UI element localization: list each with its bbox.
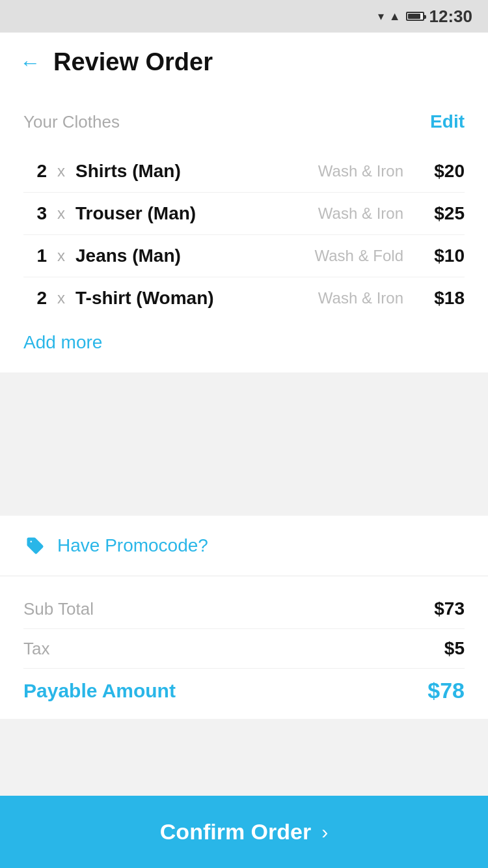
status-bar: ▾ ▲ 12:30 <box>0 0 488 33</box>
tag-icon <box>23 534 47 557</box>
item-price: $20 <box>419 161 465 182</box>
subtotal-row: Sub Total $73 <box>23 589 465 629</box>
payable-value: $78 <box>427 678 465 703</box>
subtotal-value: $73 <box>434 598 465 619</box>
item-qty: 2 <box>23 161 47 182</box>
subtotal-label: Sub Total <box>23 599 94 619</box>
header: ← Review Order <box>0 33 488 92</box>
item-price: $18 <box>419 288 465 309</box>
back-button[interactable]: ← <box>20 52 40 73</box>
item-name: Shirts (Man) <box>75 161 318 182</box>
item-x: x <box>57 162 65 180</box>
table-row: 3 x Trouser (Man) Wash & Iron $25 <box>23 193 465 235</box>
item-price: $10 <box>419 245 465 266</box>
item-x: x <box>57 204 65 223</box>
spacer <box>0 372 488 516</box>
item-qty: 2 <box>23 288 47 309</box>
wifi-icon: ▾ <box>378 9 384 23</box>
table-row: 2 x Shirts (Man) Wash & Iron $20 <box>23 150 465 193</box>
promo-label[interactable]: Have Promocode? <box>57 535 208 556</box>
tax-row: Tax $5 <box>23 629 465 669</box>
item-name: Jeans (Man) <box>75 245 315 266</box>
page-title: Review Order <box>53 48 213 76</box>
confirm-label: Confirm Order <box>160 819 311 845</box>
edit-button[interactable]: Edit <box>430 111 465 132</box>
chevron-right-icon: › <box>321 821 328 843</box>
item-qty: 3 <box>23 203 47 224</box>
item-x: x <box>57 289 65 307</box>
clothes-section-header: Your Clothes Edit <box>23 111 465 132</box>
table-row: 2 x T-shirt (Woman) Wash & Iron $18 <box>23 277 465 319</box>
payable-row: Payable Amount $78 <box>23 669 465 712</box>
tax-value: $5 <box>444 638 465 659</box>
table-row: 1 x Jeans (Man) Wash & Fold $10 <box>23 235 465 277</box>
item-name: T-shirt (Woman) <box>75 288 318 309</box>
promo-section[interactable]: Have Promocode? <box>0 516 488 576</box>
item-price: $25 <box>419 203 465 224</box>
item-qty: 1 <box>23 245 47 266</box>
status-time: 12:30 <box>429 7 473 27</box>
clothes-section-title: Your Clothes <box>23 112 120 132</box>
tax-label: Tax <box>23 639 49 659</box>
item-service: Wash & Fold <box>315 247 404 265</box>
totals-section: Sub Total $73 Tax $5 Payable Amount $78 <box>0 576 488 719</box>
item-service: Wash & Iron <box>318 289 403 307</box>
payable-label: Payable Amount <box>23 680 176 702</box>
item-service: Wash & Iron <box>318 162 403 180</box>
clothes-section: Your Clothes Edit 2 x Shirts (Man) Wash … <box>0 92 488 372</box>
add-more-button[interactable]: Add more <box>23 319 102 353</box>
confirm-order-button[interactable]: Confirm Order › <box>0 796 488 868</box>
battery-icon <box>406 12 424 21</box>
item-x: x <box>57 247 65 265</box>
signal-icon: ▲ <box>389 10 401 23</box>
item-service: Wash & Iron <box>318 204 403 223</box>
status-icons: ▾ ▲ 12:30 <box>378 7 472 27</box>
item-name: Trouser (Man) <box>75 203 318 224</box>
